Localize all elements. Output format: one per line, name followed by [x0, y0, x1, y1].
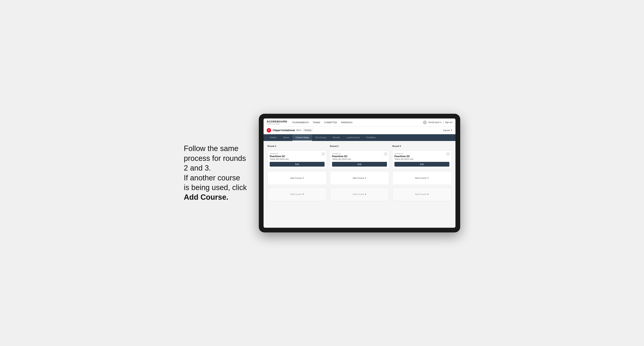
round-1-add-course-1[interactable]: Add Course +	[268, 171, 327, 185]
rounds-grid: Round 1 ○ (Course A) Peachtree GC Yellow…	[268, 145, 452, 201]
round-3-label: Round 3	[392, 145, 452, 147]
round-3-course-name: Peachtree GC	[394, 155, 449, 158]
round-3-delete-button[interactable]: ○	[446, 152, 450, 156]
round-3-edit-button[interactable]: Edit	[394, 162, 449, 167]
round-1-column: Round 1 ○ (Course A) Peachtree GC Yellow…	[268, 145, 327, 201]
round-3-add-course-2-plus: +	[428, 193, 429, 195]
round-2-course-label: (Course A)	[332, 153, 387, 155]
tab-teams[interactable]: Teams	[280, 134, 292, 141]
round-3-add-course-2: Add Course +	[392, 187, 452, 201]
round-2-add-course-2-label: Add Course	[352, 193, 364, 195]
nav-tournaments[interactable]: TOURNAMENTS	[292, 121, 309, 124]
round-1-course-label: (Course A)	[270, 153, 324, 155]
round-3-add-course-1[interactable]: Add Course +	[392, 171, 452, 185]
round-2-add-course-1-label: Add Course	[352, 177, 364, 179]
page-wrapper: Follow the same process for rounds 2 and…	[184, 114, 460, 232]
nav-committee[interactable]: COMMITTEE	[324, 121, 337, 124]
round-3-course-info: Yellow (M) (6629 yds)	[394, 158, 449, 160]
logo-title: SCOREBOARD	[267, 120, 287, 123]
round-3-course-label: (Course A)	[394, 153, 449, 155]
hosting-badge: Hosting	[303, 129, 313, 132]
logo-area: SCOREBOARD Powered by clippd	[267, 120, 287, 125]
tab-printables[interactable]: Printables	[363, 134, 379, 141]
round-1-add-course-2: Add Course +	[268, 187, 327, 201]
cancel-button[interactable]: Cancel ✕	[443, 129, 452, 132]
tab-bar: Details Teams Course Setup Tee Groups Re…	[264, 134, 456, 141]
sign-out-link[interactable]: Sign out	[445, 121, 452, 123]
tab-results[interactable]: Results	[330, 134, 343, 141]
main-content: Round 1 ○ (Course A) Peachtree GC Yellow…	[264, 141, 456, 228]
round-3-column: Round 3 ○ (Course A) Peachtree GC Yellow…	[392, 145, 452, 201]
tablet-screen: SCOREBOARD Powered by clippd TOURNAMENTS…	[264, 119, 456, 228]
tablet-frame: SCOREBOARD Powered by clippd TOURNAMENTS…	[259, 114, 460, 232]
round-1-add-course-1-plus: +	[303, 177, 304, 179]
round-3-add-course-2-label: Add Course	[415, 193, 426, 195]
sub-header: C Clippd Invitational (Men) Hosting Canc…	[264, 127, 456, 134]
round-2-delete-button[interactable]: ○	[384, 152, 387, 156]
round-1-add-course-2-plus: +	[303, 193, 304, 195]
round-1-course-name: Peachtree GC	[270, 155, 324, 158]
clippd-icon: C	[267, 128, 271, 133]
round-2-add-course-1[interactable]: Add Course +	[330, 171, 389, 185]
round-2-course-card: ○ (Course A) Peachtree GC Yellow (M) (66…	[330, 151, 389, 169]
tournament-name: Clippd Invitational	[273, 129, 295, 132]
round-3-add-course-1-label: Add Course	[415, 177, 426, 179]
nav-pipe: |	[443, 121, 444, 123]
round-1-delete-button[interactable]: ○	[322, 152, 325, 156]
round-1-add-course-2-label: Add Course	[290, 193, 302, 195]
round-2-add-course-2: Add Course +	[330, 187, 389, 201]
round-2-edit-button[interactable]: Edit	[332, 162, 387, 167]
round-2-course-info: Yellow (M) (6629 yds)	[332, 158, 387, 160]
round-2-add-course-1-plus: +	[365, 177, 366, 179]
tournament-gender: (Men)	[296, 129, 301, 131]
nav-rankings[interactable]: RANKINGS	[341, 121, 352, 124]
instruction-bold: Add Course.	[184, 193, 228, 201]
instruction-text: Follow the same process for rounds 2 and…	[184, 144, 247, 201]
round-2-label: Round 2	[330, 145, 389, 147]
round-3-course-card: ○ (Course A) Peachtree GC Yellow (M) (66…	[392, 151, 452, 169]
instruction-block: Follow the same process for rounds 2 and…	[184, 144, 247, 202]
round-1-add-course-1-label: Add Course	[290, 177, 302, 179]
round-2-course-name: Peachtree GC	[332, 155, 387, 158]
round-1-course-info: Yellow (M) (6629 yds)	[270, 158, 324, 160]
logo-sub: Powered by clippd	[267, 123, 287, 125]
tab-tee-groups[interactable]: Tee Groups	[312, 134, 330, 141]
tab-course-setup[interactable]: Course Setup	[292, 134, 312, 141]
round-2-column: Round 2 ○ (Course A) Peachtree GC Yellow…	[330, 145, 389, 201]
nav-links: TOURNAMENTS TEAMS COMMITTEE RANKINGS	[292, 121, 423, 124]
round-2-add-course-2-plus: +	[365, 193, 366, 195]
user-email: blair@clippd.io	[428, 121, 442, 123]
nav-right: blair@clippd.io | Sign out	[423, 121, 452, 124]
round-1-label: Round 1	[268, 145, 327, 147]
nav-teams[interactable]: TEAMS	[313, 121, 320, 124]
round-3-add-course-1-plus: +	[428, 177, 429, 179]
top-nav: SCOREBOARD Powered by clippd TOURNAMENTS…	[264, 119, 456, 127]
cancel-x-icon: ✕	[450, 129, 452, 132]
tab-leaderboards[interactable]: Leaderboards	[343, 134, 363, 141]
user-avatar	[423, 121, 427, 124]
round-1-course-card: ○ (Course A) Peachtree GC Yellow (M) (66…	[268, 151, 327, 169]
tab-details[interactable]: Details	[267, 134, 280, 141]
round-1-edit-button[interactable]: Edit	[270, 162, 324, 167]
